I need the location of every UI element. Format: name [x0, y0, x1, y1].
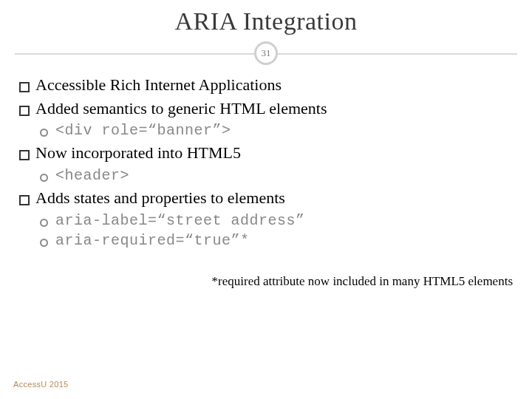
sub-bullet-item: <header>: [40, 167, 513, 184]
slide-body: Accessible Rich Internet Applications Ad…: [0, 69, 532, 249]
divider: 31: [0, 40, 532, 69]
bullet-text: Now incorporated into HTML5: [35, 142, 241, 164]
code-sample: <header>: [55, 167, 129, 184]
square-bullet-icon: [19, 82, 30, 92]
code-sample: aria-label=“street address”: [55, 212, 305, 229]
circle-bullet-icon: [40, 219, 48, 227]
circle-bullet-icon: [40, 239, 48, 247]
square-bullet-icon: [19, 106, 30, 116]
circle-bullet-icon: [40, 174, 48, 182]
square-bullet-icon: [19, 150, 30, 160]
footnote: *required attribute now included in many…: [0, 252, 532, 289]
square-bullet-icon: [19, 195, 30, 205]
page-number-badge: 31: [254, 41, 278, 65]
bullet-text: Adds states and properties to elements: [35, 187, 285, 209]
page-number: 31: [262, 47, 271, 59]
code-sample: <div role=“banner”>: [55, 122, 231, 139]
sub-bullet-item: aria-label=“street address”: [40, 212, 513, 229]
sub-bullet-item: <div role=“banner”>: [40, 122, 513, 139]
bullet-item: Now incorporated into HTML5: [19, 142, 513, 164]
footer-text: AccessU 2015: [13, 380, 69, 389]
bullet-item: Added semantics to generic HTML elements: [19, 98, 513, 120]
bullet-item: Accessible Rich Internet Applications: [19, 74, 513, 96]
bullet-item: Adds states and properties to elements: [19, 187, 513, 209]
slide: ARIA Integration 31 Accessible Rich Inte…: [0, 0, 532, 399]
circle-bullet-icon: [40, 129, 48, 137]
slide-title: ARIA Integration: [30, 7, 502, 35]
title-block: ARIA Integration: [0, 0, 532, 35]
code-sample: aria-required=“true”*: [55, 232, 250, 249]
bullet-text: Accessible Rich Internet Applications: [35, 74, 282, 96]
sub-bullet-item: aria-required=“true”*: [40, 232, 513, 249]
bullet-text: Added semantics to generic HTML elements: [35, 98, 327, 120]
